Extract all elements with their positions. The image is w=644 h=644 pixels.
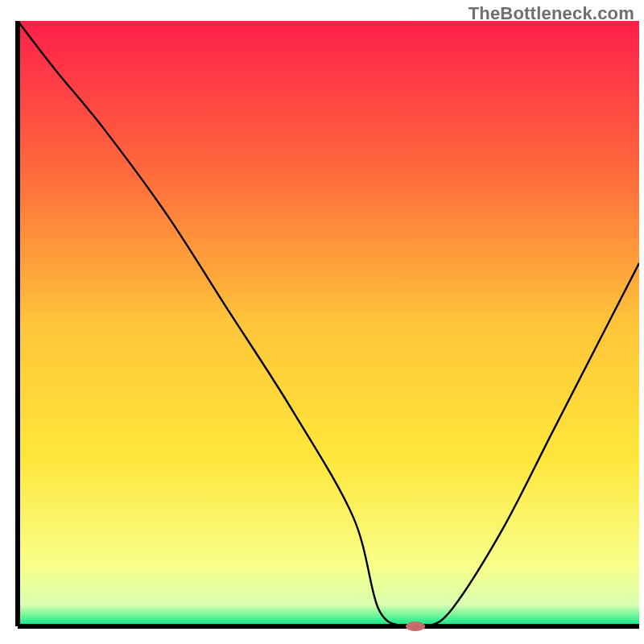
chart-container: TheBottleneck.com: [0, 0, 644, 644]
gradient-background: [18, 21, 639, 626]
optimal-marker: [406, 621, 425, 631]
bottleneck-chart: [0, 0, 644, 644]
